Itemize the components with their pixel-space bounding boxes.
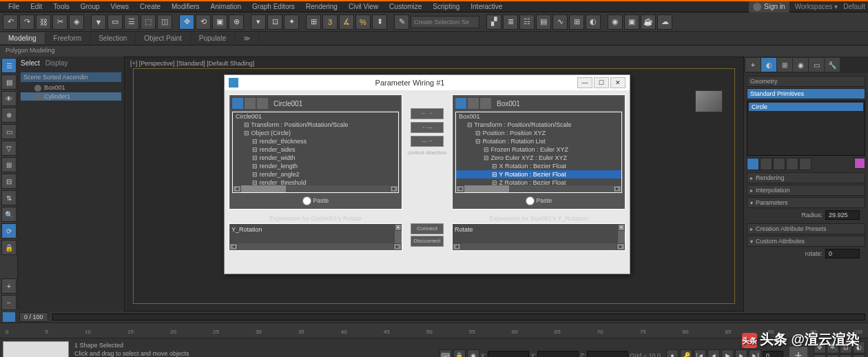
layer-explorer-icon[interactable]: ▤ xyxy=(1,74,17,90)
rollout-rendering[interactable]: Rendering xyxy=(747,172,865,183)
percent-snap-button[interactable]: % xyxy=(355,14,371,30)
maximize-viewport-icon[interactable]: ▣ xyxy=(853,354,865,357)
maximize-button[interactable]: ☐ xyxy=(594,77,609,88)
zoom-all-icon[interactable]: ⊞ xyxy=(840,354,852,357)
scroll-right-icon[interactable]: ► xyxy=(617,243,625,250)
render-frame-button[interactable]: ▣ xyxy=(624,14,639,30)
setkey-button[interactable]: 🔑 xyxy=(680,349,692,358)
tree-node[interactable]: ⊟ Object (Circle) xyxy=(233,129,398,137)
placement-button[interactable]: ⊕ xyxy=(229,14,244,30)
right-param-tree[interactable]: Box001⊟ Transform : Position/Rotation/Sc… xyxy=(455,112,622,193)
menu-rendering[interactable]: Rendering xyxy=(300,1,343,12)
frame-indicator[interactable]: 0 / 100 xyxy=(19,312,48,322)
select-rect[interactable]: ⬚ xyxy=(141,14,156,30)
align-button[interactable]: ≣ xyxy=(503,14,518,30)
collapse-icon[interactable]: ⊟ xyxy=(1,174,17,189)
search-icon[interactable]: 🔍 xyxy=(1,207,17,222)
move-button[interactable]: ✥ xyxy=(179,14,194,30)
scroll-left-icon[interactable]: ◄ xyxy=(233,185,241,192)
zoom-region-icon[interactable]: ⬚ xyxy=(827,354,839,357)
cmd-tab-motion[interactable]: ◉ xyxy=(793,58,808,72)
menu-edit[interactable]: Edit xyxy=(25,1,48,12)
orbit-icon[interactable]: ⟲ xyxy=(814,354,826,357)
mirror-button[interactable]: ▞ xyxy=(486,14,502,30)
expand-icon[interactable]: ⊞ xyxy=(1,157,17,172)
custom-spinner[interactable] xyxy=(825,249,860,258)
cmd-tab-hierarchy[interactable]: ⊞ xyxy=(777,58,792,72)
tree-node[interactable]: ⊟ Position : Position XYZ xyxy=(456,129,621,137)
bind-button[interactable]: ◈ xyxy=(69,14,84,30)
ribbon-modeling[interactable]: Modeling xyxy=(0,32,45,44)
cmd-tab-modify[interactable]: ◐ xyxy=(761,58,776,72)
tree-node[interactable]: ⊟ X Rotation : Bezier Float xyxy=(456,162,621,170)
direction-right-button[interactable]: —→ xyxy=(411,136,444,147)
tree-node[interactable]: ⊟ render_sides xyxy=(233,145,398,154)
signin-button[interactable]: Sign in xyxy=(749,1,789,12)
rotate-button[interactable]: ⟲ xyxy=(196,14,211,30)
menu-file[interactable]: File xyxy=(3,1,25,12)
named-selection-combo[interactable]: Create Selection Se xyxy=(411,16,479,28)
scroll-up-icon[interactable]: ▲ xyxy=(618,224,625,231)
ribbon-freeform[interactable]: Freeform xyxy=(45,32,91,44)
select-filter[interactable]: ▼ xyxy=(91,14,106,30)
scroll-thumb[interactable] xyxy=(241,185,286,192)
viewcube[interactable] xyxy=(688,85,730,119)
workspace-default[interactable]: Default xyxy=(843,3,865,10)
time-slider[interactable] xyxy=(52,314,865,320)
scroll-up-icon[interactable]: ▲ xyxy=(395,224,402,231)
scroll-thumb[interactable] xyxy=(464,185,509,192)
close-button[interactable]: ✕ xyxy=(610,77,626,88)
tree-node[interactable]: ⊟ render_width xyxy=(233,154,398,162)
show-result-icon[interactable] xyxy=(760,158,772,170)
current-frame-field[interactable] xyxy=(763,351,783,358)
show-left-icon[interactable] xyxy=(257,98,268,109)
redo-button[interactable]: ↷ xyxy=(19,14,34,30)
spinner-snap-button[interactable]: ⬍ xyxy=(372,14,387,30)
coord-x-field[interactable] xyxy=(488,351,529,358)
snap-3d-button[interactable]: 3 xyxy=(322,14,338,30)
scroll-right-icon[interactable]: ► xyxy=(613,185,621,192)
lock-selection-icon[interactable]: 🔒 xyxy=(453,349,466,358)
refcoord-dropdown[interactable]: ▾ xyxy=(251,14,266,30)
menu-animation[interactable]: Animation xyxy=(205,1,247,12)
toggle-ribbon[interactable]: ▤ xyxy=(536,14,551,30)
show-right-icon[interactable] xyxy=(480,98,491,109)
menu-scripting[interactable]: Scripting xyxy=(427,1,465,12)
add-icon[interactable]: + xyxy=(1,278,17,294)
menu-grapheditors[interactable]: Graph Editors xyxy=(247,1,300,12)
tree-node[interactable]: ⊟ Transform : Position/Rotation/Scale xyxy=(456,121,621,129)
paste-right-radio[interactable] xyxy=(526,196,535,205)
tree-node[interactable]: ⊟ Zero Euler XYZ : Euler XYZ xyxy=(456,154,621,162)
filter-icon[interactable]: ▽ xyxy=(1,141,17,156)
play-icon[interactable]: ▶ xyxy=(721,349,734,358)
cmd-tab-create[interactable]: + xyxy=(745,58,761,72)
cmd-tab-display[interactable]: ▭ xyxy=(809,58,824,72)
timeline-ruler[interactable]: 0510152025303540455055606570758085909510… xyxy=(0,323,868,338)
tree-node[interactable]: Circle001 xyxy=(233,112,398,121)
tree-node[interactable]: ⊟ render_length xyxy=(233,162,398,170)
prev-key-icon[interactable]: ◄ xyxy=(707,349,720,358)
scroll-right-icon[interactable]: ► xyxy=(393,243,402,250)
keymode-button[interactable]: ⊞ xyxy=(306,14,321,30)
curve-editor-button[interactable]: ∿ xyxy=(552,14,568,30)
list-item[interactable]: Circle xyxy=(749,103,863,111)
freeze-icon[interactable]: ❄ xyxy=(1,108,17,123)
ribbon-expand[interactable]: ≫ xyxy=(235,32,259,44)
maxscript-icon[interactable]: ⌨ xyxy=(440,349,452,358)
scene-explorer-icon[interactable]: ☰ xyxy=(1,58,17,73)
workspace-selector[interactable]: Workspaces ▾ xyxy=(795,3,838,10)
configure-icon[interactable] xyxy=(799,158,812,170)
pivot-button[interactable]: ⊡ xyxy=(267,14,282,30)
scroll-left-icon[interactable]: ◄ xyxy=(229,243,238,250)
tree-node[interactable]: ⊟ Rotation : Rotation List xyxy=(456,137,621,145)
menu-interactive[interactable]: Interactive xyxy=(465,1,508,12)
tree-node[interactable]: Box001 xyxy=(456,112,621,121)
prev-frame-icon[interactable]: |◄ xyxy=(694,349,706,358)
scene-tab-select[interactable]: Select xyxy=(21,59,40,67)
select-button[interactable]: ▭ xyxy=(107,14,123,30)
direction-both-button[interactable]: ← → xyxy=(411,108,444,119)
unlink-button[interactable]: ✂ xyxy=(52,14,68,30)
undo-button[interactable]: ↶ xyxy=(3,14,18,30)
layer-button[interactable]: ☷ xyxy=(519,14,535,30)
menu-tools[interactable]: Tools xyxy=(48,1,74,12)
